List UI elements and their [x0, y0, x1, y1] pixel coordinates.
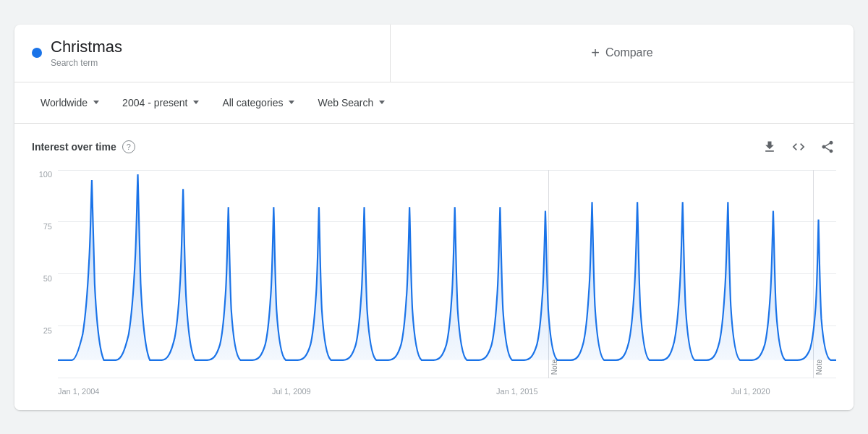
region-label: Worldwide: [41, 97, 88, 109]
search-type-dropdown[interactable]: Web Search: [309, 91, 393, 114]
chart-section: Interest over time ?: [14, 124, 854, 410]
term-label: Search term: [51, 58, 122, 68]
time-label: 2004 - present: [122, 97, 187, 109]
embed-icon[interactable]: [790, 138, 807, 156]
region-dropdown[interactable]: Worldwide: [32, 91, 108, 114]
x-label-2004: Jan 1, 2004: [58, 387, 100, 396]
share-icon[interactable]: [819, 138, 836, 156]
chart-area: 100 75 50 25 Note Note: [32, 167, 836, 399]
main-container: Christmas Search term + Compare Worldwid…: [14, 25, 854, 410]
compare-button[interactable]: + Compare: [582, 39, 662, 67]
chart-header: Interest over time ?: [32, 138, 836, 156]
category-label: All categories: [222, 97, 283, 109]
help-icon[interactable]: ?: [122, 140, 135, 153]
chart-title: Interest over time: [32, 141, 116, 153]
y-label-25: 25: [32, 326, 58, 335]
category-chevron-icon: [289, 101, 294, 104]
search-term-section: Christmas Search term: [14, 25, 391, 82]
search-type-chevron-icon: [379, 101, 385, 104]
download-icon[interactable]: [761, 138, 778, 156]
compare-label: Compare: [605, 46, 653, 59]
search-type-label: Web Search: [318, 97, 373, 109]
chart-actions: [761, 138, 836, 156]
compare-section: + Compare: [391, 25, 854, 82]
term-info: Christmas Search term: [51, 38, 122, 68]
time-dropdown[interactable]: 2004 - present: [114, 91, 208, 114]
chart-plot: Note Note: [58, 167, 836, 399]
trend-chart: [58, 167, 836, 378]
filter-bar: Worldwide 2004 - present All categories …: [14, 82, 854, 124]
category-dropdown[interactable]: All categories: [213, 91, 303, 114]
top-bar: Christmas Search term + Compare: [14, 25, 854, 82]
time-chevron-icon: [193, 101, 199, 104]
x-label-2015: Jan 1, 2015: [496, 387, 538, 396]
term-color-dot: [32, 48, 42, 58]
compare-plus-icon: +: [591, 45, 600, 61]
x-axis-labels: Jan 1, 2004 Jul 1, 2009 Jan 1, 2015 Jul …: [58, 378, 836, 399]
term-name: Christmas: [51, 38, 122, 56]
y-axis: 100 75 50 25: [32, 167, 58, 399]
x-label-2009: Jul 1, 2009: [272, 387, 311, 396]
y-label-100: 100: [32, 170, 58, 179]
chart-title-group: Interest over time ?: [32, 140, 135, 153]
x-label-2020: Jul 1, 2020: [731, 387, 770, 396]
y-label-75: 75: [32, 222, 58, 231]
y-label-50: 50: [32, 274, 58, 283]
region-chevron-icon: [93, 101, 99, 104]
